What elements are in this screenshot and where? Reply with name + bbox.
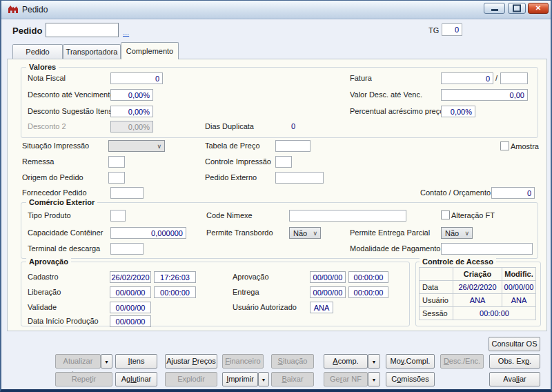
alteracao-ft-checkbox[interactable] xyxy=(441,210,450,219)
desconto-venc-input[interactable] xyxy=(110,89,153,101)
atualizar-imp-dropdown-button[interactable]: ▼ xyxy=(101,354,112,369)
row-label-sessao: Sessão xyxy=(420,307,453,320)
comissoes-button[interactable]: Comissões xyxy=(386,372,435,386)
header-modific: Modific. xyxy=(502,268,536,281)
controle-impressao-input[interactable] xyxy=(275,156,292,168)
header-blank-cell xyxy=(420,268,453,281)
valores-group-title: Valores xyxy=(26,63,59,71)
sessao-value: 00:00:00 xyxy=(453,307,536,320)
nota-fiscal-label: Nota Fiscal xyxy=(28,74,66,82)
gerar-nf-button: Gerar NF xyxy=(324,372,368,386)
desconto2-label: Desconto 2 xyxy=(28,122,66,130)
acomp-button[interactable]: Acomp. xyxy=(324,354,368,369)
controle-acesso-table: Criação Modific. Data 26/02/2020 00/00/0… xyxy=(419,267,536,320)
remessa-input[interactable] xyxy=(108,156,125,168)
mov-compl-button[interactable]: Mov.Compl. xyxy=(386,354,435,369)
terminal-descarga-input[interactable] xyxy=(110,243,144,255)
tab-pedido-label: Pedido xyxy=(26,48,49,56)
dias-duplicata-label: Dias Duplicata xyxy=(205,122,254,130)
aprovacao-date-input[interactable] xyxy=(310,271,346,283)
tipo-produto-input[interactable] xyxy=(110,210,126,222)
contato-orcamento-input[interactable] xyxy=(491,187,535,199)
titlebar: Pedido ✕ xyxy=(1,1,551,19)
imprimir-dropdown-button[interactable]: ▼ xyxy=(258,372,269,386)
permite-transbordo-label: Permite Transbordo xyxy=(206,228,273,237)
capacidade-conteiner-input[interactable] xyxy=(110,227,186,239)
tg-input[interactable] xyxy=(442,23,462,36)
aglutinar-button[interactable]: Aglutinar xyxy=(115,372,157,386)
pedido-externo-label: Pedido Externo xyxy=(205,173,257,182)
desconto-sugestao-input[interactable] xyxy=(110,106,153,117)
cadastro-date-input[interactable] xyxy=(110,271,151,283)
code-nimexe-input[interactable] xyxy=(289,210,406,222)
amostra-label: Amostra xyxy=(511,142,539,150)
contato-orcamento-label: Contato / Orçamento xyxy=(420,188,491,197)
controle-impressao-label: Controle Impressão xyxy=(205,157,271,166)
pedido-lookup-link[interactable]: ... xyxy=(123,28,129,37)
amostra-checkbox[interactable] xyxy=(500,141,509,150)
liberacao-date-input[interactable] xyxy=(110,286,151,298)
permite-entrega-parcial-label: Permite Entrega Parcial xyxy=(350,228,430,237)
terminal-descarga-label: Terminal de descarga xyxy=(28,244,100,253)
situacao-button: Situação xyxy=(271,354,314,369)
situacao-impressao-select[interactable]: ∨ xyxy=(108,140,165,152)
liberacao-time-input[interactable] xyxy=(154,286,196,298)
usuario-autorizado-label: Usuário Autorizado xyxy=(233,303,297,311)
ajustar-precos-button[interactable]: Ajustar Preços xyxy=(165,354,217,369)
imprimir-button[interactable]: Imprimir xyxy=(222,372,258,386)
aprovacao-time-input[interactable] xyxy=(348,271,388,283)
row-label-usuario: Usuário xyxy=(420,294,453,307)
tab-transportadora[interactable]: Transportadora xyxy=(63,44,121,59)
window-title: Pedido xyxy=(22,5,48,14)
desconto-sugestao-label: Desconto Sugestão Itens xyxy=(28,107,112,115)
tg-label: TG xyxy=(428,26,439,35)
permite-entrega-parcial-select[interactable]: Não ∨ xyxy=(441,227,473,239)
fornecedor-pedido-input[interactable] xyxy=(110,187,144,199)
maximize-button[interactable] xyxy=(508,3,526,14)
tab-complemento[interactable]: Complemento xyxy=(121,42,179,59)
liberacao-label: Liberação xyxy=(28,288,61,296)
modalidade-pagamento-label: Modalidade de Pagamento xyxy=(350,244,440,253)
permite-transbordo-value: Não xyxy=(293,229,307,237)
pedido-input[interactable] xyxy=(46,23,119,37)
fatura-input[interactable] xyxy=(441,72,493,84)
minimize-button[interactable] xyxy=(484,3,505,14)
chevron-down-icon: ∨ xyxy=(157,143,164,150)
data-inicio-producao-input[interactable] xyxy=(110,315,151,327)
entrega-time-input[interactable] xyxy=(348,286,388,298)
consultar-os-button[interactable]: Consultar OS xyxy=(489,337,540,351)
fatura-input2[interactable] xyxy=(500,72,528,84)
entrega-date-input[interactable] xyxy=(310,286,346,298)
pedido-externo-input[interactable] xyxy=(275,172,324,184)
gerar-nf-dropdown-button[interactable]: ▼ xyxy=(368,372,380,386)
modalidade-pagamento-input[interactable] xyxy=(441,243,533,255)
fornecedor-pedido-label: Fornecedor Pedido xyxy=(22,188,87,197)
tabela-preco-input[interactable] xyxy=(275,140,310,152)
tab-pedido[interactable]: Pedido xyxy=(12,44,63,59)
pedido-window: Pedido ✕ Pedido ... TG Pedido Transporta… xyxy=(0,0,552,392)
permite-transbordo-select[interactable]: Não ∨ xyxy=(289,227,321,239)
usuario-autorizado-input[interactable] xyxy=(310,302,333,313)
data-modific-value: 00/00/00 xyxy=(502,281,536,294)
atualizar-imp-button: Atualizar Imp xyxy=(55,354,101,369)
origem-pedido-input[interactable] xyxy=(108,172,125,184)
obs-exp-button[interactable]: Obs. Exp. xyxy=(489,354,540,369)
entrega-label: Entrega xyxy=(233,288,259,296)
tabela-preco-label: Tabela de Preço xyxy=(205,141,260,150)
desconto-venc-label: Desconto até Vencimento xyxy=(28,90,114,99)
valor-desc-venc-input[interactable] xyxy=(441,89,528,101)
nota-fiscal-input[interactable] xyxy=(110,72,163,84)
baixar-button: Baixar xyxy=(271,372,314,386)
close-button[interactable]: ✕ xyxy=(528,3,549,14)
percentual-acrescimo-input[interactable] xyxy=(441,106,475,117)
validade-date-input[interactable] xyxy=(110,302,151,313)
avaliar-margem-button[interactable]: Avaliar Margem xyxy=(489,372,540,386)
permite-entrega-parcial-value: Não xyxy=(445,229,459,237)
itens-button[interactable]: Itens xyxy=(115,354,157,369)
pedido-field-label: Pedido xyxy=(12,26,42,36)
header-criacao: Criação xyxy=(453,268,502,281)
table-row: Usuário ANA ANA xyxy=(420,294,536,307)
app-icon xyxy=(8,4,19,15)
acomp-dropdown-button[interactable]: ▼ xyxy=(368,354,380,369)
cadastro-time-input[interactable] xyxy=(154,271,196,283)
